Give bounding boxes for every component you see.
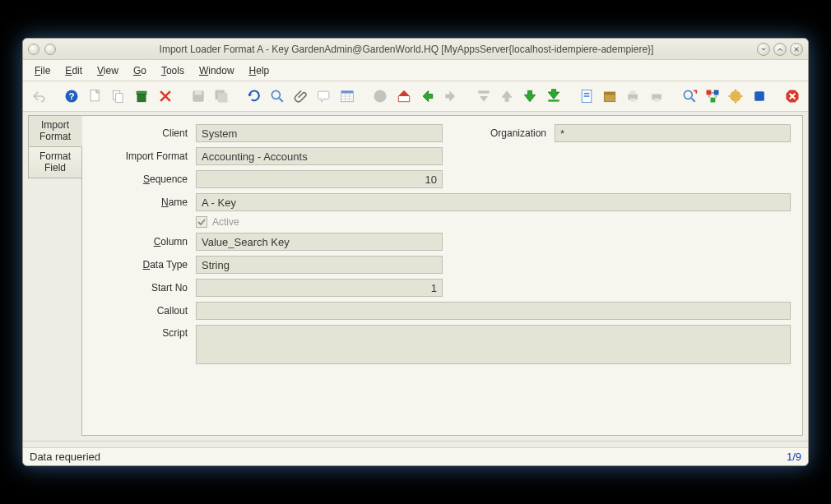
copy-icon[interactable] [109,86,128,106]
parent-up-icon[interactable] [498,86,516,106]
titlebar-app-icon [28,44,39,55]
print-icon[interactable] [624,86,642,106]
label-data-type: Data Type [94,259,191,270]
status-record-count: 1/9 [787,451,801,463]
attach-icon[interactable] [292,86,310,106]
label-client: Client [94,127,191,139]
minimize-button[interactable] [757,43,770,56]
close-window-button[interactable] [790,43,803,56]
parent-expand-icon[interactable] [474,86,492,106]
toolbar: ? [23,81,808,112]
svg-rect-33 [754,91,764,101]
refresh-icon[interactable] [245,86,263,106]
label-column: Column [94,236,191,247]
record-first-icon[interactable] [521,86,539,106]
nav-next-icon[interactable] [441,86,459,106]
svg-rect-5 [137,94,146,102]
svg-rect-14 [341,94,354,102]
web-icon[interactable] [371,86,389,106]
delete-confirm-icon[interactable] [156,86,174,106]
record-bar [23,441,808,447]
field-script[interactable] [196,325,791,364]
tab-import-format[interactable]: ImportFormat [28,115,82,147]
label-start-no: Start No [94,282,191,294]
svg-rect-29 [707,90,712,95]
nav-back-icon[interactable] [418,86,436,106]
svg-rect-19 [583,93,589,95]
app-window: Import Loader Format A - Key GardenAdmin… [22,38,809,466]
svg-text:?: ? [69,90,75,101]
field-client[interactable]: System [196,124,443,142]
status-text: Data requeried [30,451,787,463]
field-name[interactable]: A - Key [196,193,791,211]
svg-rect-4 [116,94,123,103]
titlebar-secondary-icon [44,44,56,55]
form-panel: Client System Organization * Import Form… [81,115,803,436]
save-icon[interactable] [188,86,207,106]
help-icon[interactable]: ? [63,86,81,106]
svg-point-28 [684,90,692,99]
window-controls [757,43,803,56]
close-icon[interactable] [783,86,801,106]
field-start-no[interactable]: 1 [196,279,443,297]
svg-rect-13 [341,90,354,93]
zoom-across-icon[interactable] [680,86,699,106]
maximize-button[interactable] [773,43,787,56]
menu-view[interactable]: View [91,62,125,79]
label-organization: Organization [467,127,550,139]
svg-rect-24 [630,90,636,94]
svg-rect-25 [630,99,636,102]
delete-icon[interactable] [132,86,151,106]
label-sequence: Sequence [94,173,191,185]
menu-go[interactable]: Go [127,62,153,79]
grid-icon[interactable] [338,86,356,106]
menu-window[interactable]: Window [193,62,241,79]
svg-rect-20 [583,95,589,97]
field-sequence[interactable]: 10 [196,170,443,188]
svg-rect-31 [711,98,716,103]
svg-rect-6 [137,91,146,94]
body: ImportFormat FormatField Client System O… [23,112,808,441]
field-callout[interactable] [196,302,791,320]
svg-point-32 [731,90,741,101]
save-all-icon[interactable] [212,86,230,106]
archive-icon[interactable] [601,86,619,106]
svg-rect-16 [478,90,489,93]
checkbox-active[interactable]: Active [196,216,239,228]
new-icon[interactable] [86,86,104,106]
menu-tools[interactable]: Tools [155,62,191,79]
titlebar: Import Loader Format A - Key GardenAdmin… [23,39,808,60]
svg-point-11 [272,90,281,99]
svg-rect-12 [318,91,329,99]
process-icon[interactable] [727,86,745,106]
tab-format-field[interactable]: FormatField [28,147,82,178]
record-last-icon[interactable] [544,86,562,106]
label-import-format: Import Format [94,150,191,162]
tabs-side: ImportFormat FormatField [23,112,82,441]
print-preview-icon[interactable] [648,86,666,106]
field-column[interactable]: Value_Search Key [196,233,443,251]
home-icon[interactable] [395,86,413,106]
label-name: Name [94,197,191,208]
product-icon[interactable] [750,86,768,106]
chat-icon[interactable] [315,86,333,106]
field-data-type[interactable]: String [196,256,443,274]
statusbar: Data requeried 1/9 [23,447,808,465]
field-organization[interactable]: * [555,124,791,142]
label-active: Active [212,216,239,228]
undo-icon[interactable] [30,86,48,106]
svg-rect-8 [194,90,201,95]
menu-edit[interactable]: Edit [58,62,89,79]
label-callout: Callout [94,305,191,317]
menubar: File Edit View Go Tools Window Help [23,60,808,81]
svg-point-15 [374,90,387,103]
menu-help[interactable]: Help [243,62,276,79]
window-title: Import Loader Format A - Key GardenAdmin… [61,44,752,55]
svg-rect-17 [548,99,559,102]
menu-file[interactable]: File [28,62,57,79]
workflow-icon[interactable] [703,86,722,106]
svg-rect-27 [653,99,659,102]
field-import-format[interactable]: Accounting - Accounts [196,147,443,165]
find-icon[interactable] [268,86,286,106]
report-icon[interactable] [577,86,595,106]
